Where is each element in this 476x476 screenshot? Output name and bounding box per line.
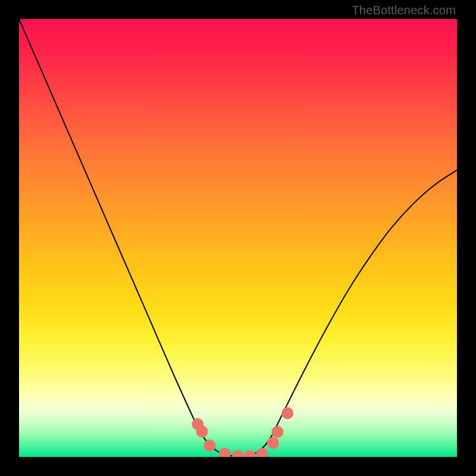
chart-plot-area bbox=[19, 19, 457, 457]
chart-frame: TheBottleneck.com bbox=[0, 0, 476, 476]
curve-marker bbox=[219, 448, 231, 457]
curve-marker bbox=[281, 407, 293, 419]
bottleneck-curve bbox=[19, 19, 457, 457]
curve-marker bbox=[256, 448, 268, 457]
curve-marker bbox=[232, 450, 244, 457]
curve-marker bbox=[267, 437, 279, 449]
curve-path bbox=[19, 19, 457, 457]
curve-marker bbox=[271, 426, 283, 438]
watermark-text: TheBottleneck.com bbox=[352, 4, 456, 17]
curve-marker bbox=[196, 425, 208, 437]
curve-marker bbox=[203, 440, 215, 452]
curve-marker bbox=[244, 450, 256, 457]
